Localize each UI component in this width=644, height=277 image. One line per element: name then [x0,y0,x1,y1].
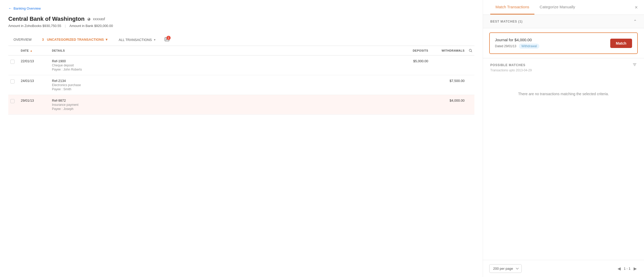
zohobooks-label: Amount in ZohoBooks [8,24,42,28]
row-details: Ref-9872 Insurance payment Payee : Josep… [50,99,394,111]
tabs-bar: OVERVIEW 3 UNCATEGORIZED TRANSACTIONS ▼ … [8,34,474,46]
wifi-icon: ◕ [87,17,90,21]
th-details: DETAILS [50,49,394,53]
no-transactions-msg: There are no transactions matching the s… [483,76,644,112]
row-line1: Cheque deposit [52,64,392,67]
transactions-table: DATE ▲ DETAILS DEPOSITS WITHDRAWALS [8,46,474,115]
tab-match-transactions[interactable]: Match Transactions [490,0,534,15]
best-matches-title: BEST MATCHES (1) [490,20,523,23]
row-line1: Electronics purchase [52,83,392,87]
all-transactions-label: ALL TRANSACTIONS [119,38,152,42]
uncategorized-label: UNCATEGORIZED TRANSACTIONS [47,38,104,41]
row-ref: Ref-9872 [52,99,392,102]
row-checkbox[interactable] [8,59,19,64]
back-arrow-icon: ← [8,6,12,10]
pagination: ◀ 1 - 1 ▶ [616,265,638,272]
table-row: 22/01/13 Ref-1900 Cheque deposit Payee :… [8,56,474,75]
uncategorized-count: 3 [42,38,44,41]
match-card: Journal for $4,000.00 Dated 29/01/13 Wit… [489,32,638,54]
table-body: 22/01/13 Ref-1900 Cheque deposit Payee :… [8,56,474,115]
row-line2: Payee : Smith [52,87,392,91]
tab-overview[interactable]: OVERVIEW [8,34,37,46]
row-details: Ref-1900 Cheque deposit Payee : John Rob… [50,59,394,71]
right-panel: Match Transactions Categorize Manually ×… [483,0,644,277]
bank-title: Central Bank of Washington ◕ xxxxasf [8,16,474,22]
best-matches-section-header: BEST MATCHES (1) ⌃ [483,15,644,28]
pagination-info: 1 - 1 [624,267,630,271]
back-link[interactable]: ← Banking Overview [8,6,474,10]
bank-label: Amount in Bank [69,24,93,28]
table-row: 29/01/13 Ref-9872 Insurance payment Paye… [8,95,474,115]
possible-matches-title: POSSIBLE MATCHES [490,63,525,67]
table-row: 24/01/13 Ref-2134 Electronics purchase P… [8,75,474,95]
account-id: xxxxasf [93,17,105,21]
uncategorized-dropdown-icon: ▼ [105,38,108,41]
back-link-label: Banking Overview [14,6,41,10]
th-deposits: DEPOSITS [394,49,430,53]
tab-categorize-manually[interactable]: Categorize Manually [534,0,580,15]
row-line2: Payee : Joseph [52,107,392,111]
row-ref: Ref-2134 [52,79,392,83]
right-body: BEST MATCHES (1) ⌃ Journal for $4,000.00… [483,15,644,260]
bank-name: Central Bank of Washington [8,16,85,22]
tab-all-transactions[interactable]: ALL TRANSACTIONS ▼ [113,34,161,45]
best-matches-collapse-icon[interactable]: ⌃ [633,19,637,24]
row-line1: Insurance payment [52,103,392,107]
right-header: Match Transactions Categorize Manually × [483,0,644,15]
th-checkbox [8,49,19,53]
row-date: 22/01/13 [19,59,50,63]
row-checkbox[interactable] [8,79,19,84]
row-ref: Ref-1900 [52,59,392,63]
per-page-select[interactable]: 50 per page 100 per page 200 per page [489,264,522,273]
prev-page-button[interactable]: ◀ [616,265,622,272]
row-details: Ref-2134 Electronics purchase Payee : Sm… [50,79,394,91]
all-transactions-dropdown-icon: ▼ [153,38,156,41]
row-withdrawals: $4,000.00 [430,99,467,102]
tab-edit-icon-btn[interactable]: 1 [164,37,170,43]
th-withdrawals: WITHDRAWALS [430,49,467,53]
th-search[interactable] [467,49,474,53]
match-info: Journal for $4,000.00 Dated 29/01/13 Wit… [495,38,539,49]
match-card-meta: Dated 29/01/13 Withdrawal [495,44,539,49]
row-date: 29/01/13 [19,99,50,102]
zohobooks-amount: $930,750.55 [43,24,61,28]
tab-uncategorized[interactable]: 3 UNCATEGORIZED TRANSACTIONS ▼ [37,34,113,46]
next-page-button[interactable]: ▶ [633,265,638,272]
search-icon [469,49,472,53]
row-line2: Payee : John Roberts [52,68,392,71]
bank-amount: $920,000.00 [94,24,113,28]
close-button[interactable]: × [635,5,638,10]
row-date: 24/01/13 [19,79,50,83]
match-card-title: Journal for $4,000.00 [495,38,539,42]
match-card-badge: Withdrawal [519,44,539,49]
th-date[interactable]: DATE ▲ [19,49,50,53]
possible-matches-sub: Transactions upto 2013-04-29 [483,68,644,76]
match-button[interactable]: Match [610,39,632,48]
row-checkbox[interactable] [8,99,19,103]
notification-badge: 1 [166,36,171,40]
match-card-date: Dated 29/01/13 [495,44,516,48]
sort-arrow-icon: ▲ [30,49,32,52]
row-withdrawals: $7,500.00 [430,79,467,83]
row-deposits: $5,000.00 [394,59,430,63]
filter-icon[interactable] [633,63,637,67]
amount-divider: | [65,24,66,28]
bank-amounts: Amount in ZohoBooks $930,750.55 | Amount… [8,24,474,28]
table-header: DATE ▲ DETAILS DEPOSITS WITHDRAWALS [8,46,474,56]
possible-matches-header: POSSIBLE MATCHES [483,58,644,68]
right-footer: 50 per page 100 per page 200 per page ◀ … [483,260,644,277]
